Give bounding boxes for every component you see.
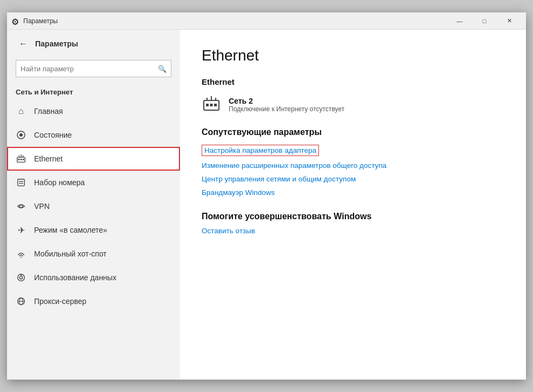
hotspot-icon bbox=[16, 248, 26, 259]
minimize-button[interactable]: — bbox=[447, 12, 472, 30]
network-item: Сеть 2 Подключение к Интернету отсутству… bbox=[202, 95, 504, 114]
svg-point-12 bbox=[22, 181, 23, 182]
sidebar-item-data-label: Использование данных bbox=[34, 273, 116, 282]
data-usage-icon bbox=[16, 272, 26, 283]
sidebar-item-ethernet-label: Ethernet bbox=[34, 154, 63, 163]
svg-rect-29 bbox=[210, 104, 213, 106]
sidebar-item-dialup[interactable]: Набор номера bbox=[7, 171, 180, 194]
improve-title: Помогите усовершенствовать Windows bbox=[202, 212, 504, 221]
network-status: Подключение к Интернету отсутствует bbox=[229, 105, 344, 113]
sidebar: ← Параметры 🔍 Сеть и Интернет ⌂ Главная bbox=[7, 30, 180, 380]
svg-point-15 bbox=[22, 183, 23, 184]
related-section-title: Сопутствующие параметры bbox=[202, 127, 504, 137]
svg-rect-7 bbox=[21, 159, 22, 160]
svg-point-1 bbox=[19, 133, 23, 137]
home-icon: ⌂ bbox=[16, 106, 26, 117]
svg-point-14 bbox=[21, 183, 22, 184]
svg-point-11 bbox=[21, 181, 22, 182]
sidebar-nav-top: ← Параметры bbox=[7, 30, 180, 58]
sidebar-item-vpn[interactable]: VPN bbox=[7, 194, 180, 218]
network-info: Сеть 2 Подключение к Интернету отсутству… bbox=[229, 97, 344, 113]
adapter-settings-link[interactable]: Настройка параметров адаптера bbox=[202, 145, 319, 156]
airplane-icon: ✈ bbox=[16, 225, 26, 235]
dialup-icon bbox=[16, 177, 26, 188]
svg-point-19 bbox=[19, 276, 22, 279]
sidebar-item-dialup-label: Набор номера bbox=[34, 178, 85, 187]
svg-point-10 bbox=[19, 181, 20, 182]
network-center-link[interactable]: Центр управления сетями и общим доступом bbox=[202, 175, 504, 183]
svg-point-13 bbox=[19, 183, 20, 184]
sidebar-item-vpn-label: VPN bbox=[34, 202, 50, 211]
svg-point-16 bbox=[19, 205, 22, 207]
sidebar-item-data-usage[interactable]: Использование данных bbox=[7, 266, 180, 289]
svg-point-17 bbox=[21, 256, 22, 258]
search-icon: 🔍 bbox=[158, 65, 166, 73]
svg-rect-28 bbox=[206, 104, 209, 106]
network-icon-box bbox=[202, 95, 221, 114]
close-button[interactable]: ✕ bbox=[497, 12, 522, 30]
main-content: Ethernet Ethernet Сеть 2 bbox=[180, 30, 526, 380]
sharing-settings-link[interactable]: Изменение расширенных параметров общего … bbox=[202, 161, 504, 170]
sidebar-item-ethernet[interactable]: Ethernet bbox=[7, 147, 180, 171]
sidebar-item-status[interactable]: Состояние bbox=[7, 123, 180, 147]
svg-rect-30 bbox=[214, 104, 217, 106]
sidebar-item-airplane-label: Режим «в самолете» bbox=[34, 226, 107, 234]
sidebar-app-title: Параметры bbox=[35, 39, 78, 48]
sidebar-item-proxy[interactable]: Прокси-сервер bbox=[7, 289, 180, 313]
titlebar-icon: ⚙ bbox=[11, 17, 20, 25]
sidebar-item-status-label: Состояние bbox=[34, 131, 72, 139]
sidebar-item-airplane[interactable]: ✈ Режим «в самолете» bbox=[7, 218, 180, 242]
firewall-link[interactable]: Брандмауэр Windows bbox=[202, 188, 504, 197]
sidebar-item-home[interactable]: ⌂ Главная bbox=[7, 99, 180, 123]
content-area: ← Параметры 🔍 Сеть и Интернет ⌂ Главная bbox=[7, 30, 526, 380]
network-name: Сеть 2 bbox=[229, 97, 344, 105]
svg-rect-8 bbox=[23, 159, 24, 160]
svg-rect-6 bbox=[18, 159, 20, 160]
improve-section: Помогите усовершенствовать Windows Остав… bbox=[202, 212, 504, 235]
ethernet-section-title: Ethernet bbox=[202, 77, 504, 86]
sidebar-section-header: Сеть и Интернет bbox=[7, 84, 180, 99]
page-title: Ethernet bbox=[202, 47, 504, 64]
titlebar-controls: — □ ✕ bbox=[447, 12, 522, 30]
settings-window: ⚙ Параметры — □ ✕ ← Параметры 🔍 Сеть и И… bbox=[7, 12, 526, 380]
back-button[interactable]: ← bbox=[16, 36, 31, 51]
titlebar-title: Параметры bbox=[23, 17, 447, 25]
sidebar-item-home-label: Главная bbox=[34, 107, 63, 116]
maximize-button[interactable]: □ bbox=[472, 12, 497, 30]
vpn-icon bbox=[16, 201, 26, 212]
sidebar-item-hotspot[interactable]: Мобильный хот-спот bbox=[7, 242, 180, 266]
ethernet-icon bbox=[16, 153, 26, 164]
sidebar-item-proxy-label: Прокси-сервер bbox=[34, 297, 86, 306]
status-icon bbox=[16, 130, 26, 140]
feedback-link[interactable]: Оставить отзыв bbox=[202, 227, 504, 235]
search-input[interactable] bbox=[21, 65, 158, 73]
svg-rect-9 bbox=[18, 179, 25, 186]
search-box[interactable]: 🔍 bbox=[16, 60, 171, 77]
proxy-icon bbox=[16, 296, 26, 307]
titlebar: ⚙ Параметры — □ ✕ bbox=[7, 12, 526, 30]
sidebar-item-hotspot-label: Мобильный хот-спот bbox=[34, 249, 106, 258]
